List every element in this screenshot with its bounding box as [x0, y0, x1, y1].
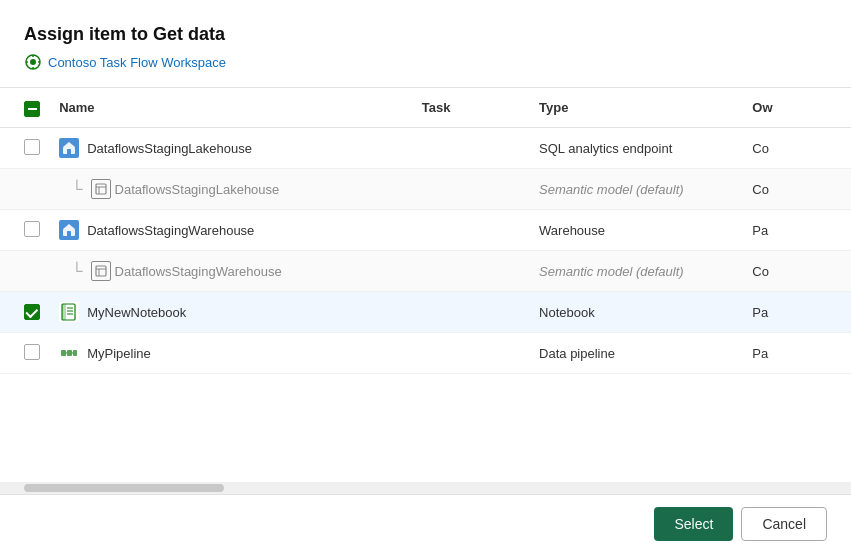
- row-type-cell: Semantic model (default): [531, 169, 744, 210]
- workspace-row: Contoso Task Flow Workspace: [0, 53, 851, 71]
- row-owner-cell: Pa: [744, 292, 851, 333]
- items-table-container: Name Task Type Ow DataflowsStagingLakeho…: [0, 87, 851, 482]
- row-task-cell: [414, 333, 531, 374]
- dialog-title: Assign item to Get data: [0, 24, 851, 45]
- table-row[interactable]: MyPipelineData pipelinePa: [0, 333, 851, 374]
- select-all-checkbox[interactable]: [24, 101, 40, 117]
- row-owner-cell: Co: [744, 128, 851, 169]
- svg-rect-9: [96, 184, 106, 194]
- row-checkbox-cell: [0, 251, 51, 292]
- item-name: DataflowsStagingWarehouse: [59, 220, 406, 240]
- indent-line: └: [71, 181, 82, 197]
- row-task-cell: [414, 292, 531, 333]
- item-name-text: DataflowsStagingWarehouse: [87, 223, 254, 238]
- row-type-cell: Warehouse: [531, 210, 744, 251]
- row-task-cell: [414, 169, 531, 210]
- item-name: MyPipeline: [59, 343, 406, 363]
- item-name-text: DataflowsStagingLakehouse: [87, 141, 252, 156]
- child-item-name: └ DataflowsStagingLakehouse: [59, 179, 406, 199]
- row-checkbox-cell: [0, 169, 51, 210]
- svg-point-1: [30, 59, 36, 65]
- row-owner-cell: Pa: [744, 333, 851, 374]
- row-name-cell: MyPipeline: [51, 333, 414, 374]
- svg-rect-24: [67, 350, 72, 356]
- svg-rect-19: [62, 304, 66, 320]
- table-row[interactable]: └ DataflowsStagingWarehouseSemantic mode…: [0, 251, 851, 292]
- col-header-owner: Ow: [744, 88, 851, 128]
- horizontal-scrollbar[interactable]: [0, 482, 851, 494]
- scrollbar-thumb[interactable]: [24, 484, 224, 492]
- dialog-footer: Select Cancel: [0, 494, 851, 553]
- svg-rect-23: [61, 350, 66, 356]
- table-row[interactable]: MyNewNotebookNotebookPa: [0, 292, 851, 333]
- select-button[interactable]: Select: [654, 507, 733, 541]
- row-checkbox-cell: [0, 292, 51, 333]
- workspace-label: Contoso Task Flow Workspace: [48, 55, 226, 70]
- header-checkbox-cell: [0, 88, 51, 128]
- item-name-text: DataflowsStagingLakehouse: [115, 182, 280, 197]
- table-row[interactable]: └ DataflowsStagingLakehouseSemantic mode…: [0, 169, 851, 210]
- row-owner-cell: Pa: [744, 210, 851, 251]
- col-header-type: Type: [531, 88, 744, 128]
- cancel-button[interactable]: Cancel: [741, 507, 827, 541]
- row-name-cell: DataflowsStagingLakehouse: [51, 128, 414, 169]
- col-header-name: Name: [51, 88, 414, 128]
- row-task-cell: [414, 251, 531, 292]
- svg-rect-25: [73, 350, 77, 356]
- row-checkbox-cell: [0, 333, 51, 374]
- row-checkbox-cell: [0, 210, 51, 251]
- row-name-cell: DataflowsStagingWarehouse: [51, 210, 414, 251]
- item-name: MyNewNotebook: [59, 302, 406, 322]
- row-checkbox[interactable]: [24, 221, 40, 237]
- row-name-cell: └ DataflowsStagingWarehouse: [51, 251, 414, 292]
- row-owner-cell: Co: [744, 169, 851, 210]
- svg-marker-13: [63, 224, 75, 229]
- row-task-cell: [414, 128, 531, 169]
- svg-rect-14: [67, 231, 71, 236]
- row-type-cell: Data pipeline: [531, 333, 744, 374]
- svg-rect-8: [67, 149, 71, 154]
- row-checkbox[interactable]: [24, 139, 40, 155]
- table-row[interactable]: DataflowsStagingLakehouseSQL analytics e…: [0, 128, 851, 169]
- items-table: Name Task Type Ow DataflowsStagingLakeho…: [0, 88, 851, 374]
- assign-item-dialog: Assign item to Get data Contoso Task Flo…: [0, 0, 851, 553]
- item-name: DataflowsStagingLakehouse: [59, 138, 406, 158]
- child-item-name: └ DataflowsStagingWarehouse: [59, 261, 406, 281]
- row-owner-cell: Co: [744, 251, 851, 292]
- row-task-cell: [414, 210, 531, 251]
- item-name-text: MyNewNotebook: [87, 305, 186, 320]
- row-checkbox-cell: [0, 128, 51, 169]
- indent-line: └: [71, 263, 82, 279]
- workspace-icon: [24, 53, 42, 71]
- row-checkbox[interactable]: [24, 304, 40, 320]
- table-header-row: Name Task Type Ow: [0, 88, 851, 128]
- row-name-cell: └ DataflowsStagingLakehouse: [51, 169, 414, 210]
- col-header-task: Task: [414, 88, 531, 128]
- svg-rect-15: [96, 266, 106, 276]
- item-name-text: MyPipeline: [87, 346, 151, 361]
- row-type-cell: Notebook: [531, 292, 744, 333]
- row-checkbox[interactable]: [24, 344, 40, 360]
- row-type-cell: SQL analytics endpoint: [531, 128, 744, 169]
- item-name-text: DataflowsStagingWarehouse: [115, 264, 282, 279]
- table-row[interactable]: DataflowsStagingWarehouseWarehousePa: [0, 210, 851, 251]
- svg-marker-7: [63, 142, 75, 147]
- row-name-cell: MyNewNotebook: [51, 292, 414, 333]
- row-type-cell: Semantic model (default): [531, 251, 744, 292]
